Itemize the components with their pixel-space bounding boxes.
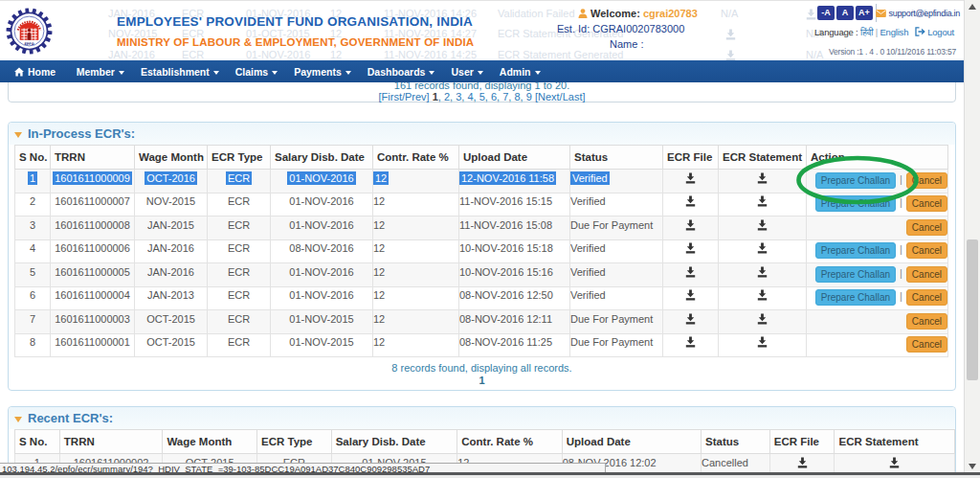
prepare-challan-button[interactable]: Prepare Challan <box>815 195 896 212</box>
scrollbar-thumb[interactable] <box>967 239 978 380</box>
inprocess-ecr-table: S No.TRRNWage MonthECR TypeSalary Disb. … <box>14 145 948 357</box>
font-normal-button[interactable]: A <box>836 6 854 20</box>
download-icon[interactable] <box>797 457 808 468</box>
inprocess-col-ecr-statement: ECR Statement <box>719 146 807 170</box>
prepare-challan-button[interactable]: Prepare Challan <box>815 172 896 189</box>
page-link[interactable]: 4 <box>467 91 473 102</box>
action-cell: Prepare Challan|Cancel <box>807 239 948 263</box>
page-link[interactable]: 6 <box>491 91 497 102</box>
ecr-file-cell <box>663 333 719 357</box>
cancel-button[interactable]: Cancel <box>906 313 947 330</box>
inprocess-panel-title: In-Process ECR's: <box>28 126 135 141</box>
ecr-statement-cell <box>719 170 807 193</box>
ecr-file-cell <box>663 193 719 216</box>
recent-panel-header[interactable]: Recent ECR's: <box>9 407 955 429</box>
download-icon[interactable] <box>757 289 768 301</box>
faded-download-icon <box>725 29 736 42</box>
logout-icon <box>915 27 925 36</box>
cancel-button[interactable]: Cancel <box>906 242 947 259</box>
recent-col-wage-month: Wage Month <box>163 430 257 454</box>
envelope-icon <box>876 10 886 17</box>
cancel-button[interactable]: Cancel <box>906 195 947 212</box>
nav-item-user[interactable]: User <box>443 60 491 82</box>
action-cell: Cancel <box>807 310 948 334</box>
cancel-button[interactable]: Cancel <box>906 336 947 353</box>
chevron-down-icon <box>213 71 219 75</box>
download-icon[interactable] <box>685 313 696 325</box>
nav-item-establishment[interactable]: Establishment <box>132 60 227 82</box>
page-link[interactable]: 8 <box>514 91 520 102</box>
download-icon[interactable] <box>757 242 768 254</box>
prepare-challan-button[interactable]: Prepare Challan <box>815 266 896 283</box>
inprocess-col-ecr-file: ECR File <box>663 146 719 170</box>
cancel-button[interactable]: Cancel <box>906 172 947 189</box>
pagination-links: [First/Prev] 1, 2, 3, 4, 5, 6, 7, 8, 9 [… <box>9 91 955 102</box>
chevron-down-icon <box>429 71 434 75</box>
ecr-statement-cell <box>719 193 807 216</box>
logout-link[interactable]: Logout <box>927 27 954 37</box>
download-icon[interactable] <box>685 289 696 301</box>
vertical-scrollbar[interactable] <box>964 0 980 473</box>
recent-col-upload-date: Upload Date <box>562 430 701 454</box>
inprocess-col-trrn: TRRN <box>51 146 135 170</box>
download-icon[interactable] <box>685 336 696 348</box>
prepare-challan-button[interactable]: Prepare Challan <box>815 289 896 306</box>
cancel-button[interactable]: Cancel <box>906 289 947 306</box>
recent-table-header-row: S No.TRRNWage MonthECR TypeSalary Disb. … <box>15 430 955 454</box>
language-english-link[interactable]: English <box>880 27 908 37</box>
nav-item-admin[interactable]: Admin <box>491 60 548 82</box>
page-link[interactable]: 3 <box>456 91 461 102</box>
faded-text: 11-NOV-2016 14:25 <box>384 49 477 60</box>
inprocess-col-salary-disb-date: Salary Disb. Date <box>271 146 373 170</box>
cancel-button[interactable]: Cancel <box>906 266 947 283</box>
download-icon[interactable] <box>685 195 696 207</box>
download-icon[interactable] <box>757 172 768 184</box>
first-prev-link[interactable]: [First/Prev] <box>379 91 430 102</box>
nav-item-member[interactable]: Member <box>68 60 132 82</box>
nav-item-payments[interactable]: Payments <box>286 60 360 82</box>
scrollbar-down-arrow[interactable] <box>969 464 976 469</box>
support-email[interactable]: support@epfindia.in <box>876 9 960 18</box>
nav-item-claims[interactable]: Claims <box>227 60 285 82</box>
person-icon <box>578 9 588 18</box>
font-larger-button[interactable]: A+ <box>856 6 873 20</box>
faded-text: ECR <box>182 49 204 60</box>
page-link[interactable]: 9 <box>526 91 532 102</box>
inprocess-col-contr-rate-: Contr. Rate % <box>373 146 459 170</box>
download-icon[interactable] <box>685 242 696 254</box>
page-link[interactable]: 7 <box>502 91 508 102</box>
faded-text: ECR Statement Generated <box>498 49 623 60</box>
download-icon[interactable] <box>685 172 696 184</box>
scrollbar-up-arrow[interactable] <box>969 4 976 10</box>
language-hindi-link[interactable]: हिंदी <box>860 27 873 37</box>
org-title: EMPLOYEES' PROVIDENT FUND ORGANISATION, … <box>117 14 473 29</box>
download-icon[interactable] <box>757 313 768 325</box>
ecr-statement-cell <box>719 333 807 357</box>
download-icon[interactable] <box>889 457 900 468</box>
ecr-statement-cell <box>719 286 807 310</box>
download-icon[interactable] <box>757 336 768 348</box>
faded-download-icon <box>725 50 736 60</box>
download-icon[interactable] <box>685 219 696 231</box>
ecr-statement-cell <box>719 239 807 263</box>
ecr-file-cell <box>663 263 719 287</box>
next-last-link[interactable]: [Next/Last] <box>535 91 586 102</box>
download-icon[interactable] <box>757 195 768 207</box>
ecr-statement-cell <box>719 263 807 287</box>
download-icon[interactable] <box>757 219 768 231</box>
page-link[interactable]: 5 <box>479 91 485 102</box>
epfo-logo: EPFO <box>6 8 53 55</box>
nav-item-home[interactable]: Home <box>0 60 68 82</box>
page-link[interactable]: 2 <box>444 91 450 102</box>
action-cell: Prepare Challan|Cancel <box>807 263 948 287</box>
font-smaller-button[interactable]: -A <box>817 6 835 20</box>
recent-col-salary-disb-date: Salary Disb. Date <box>331 430 457 454</box>
prepare-challan-button[interactable]: Prepare Challan <box>815 242 896 259</box>
download-icon[interactable] <box>757 266 768 278</box>
inprocess-row-2: 21601611000007NOV-2015ECR01-NOV-20161211… <box>15 193 948 216</box>
cancel-button[interactable]: Cancel <box>906 219 947 236</box>
inprocess-panel-header[interactable]: In-Process ECR's: <box>9 123 955 145</box>
recent-col-ecr-file: ECR File <box>769 430 835 454</box>
download-icon[interactable] <box>685 266 696 278</box>
nav-item-dashboards[interactable]: Dashboards <box>359 60 443 82</box>
